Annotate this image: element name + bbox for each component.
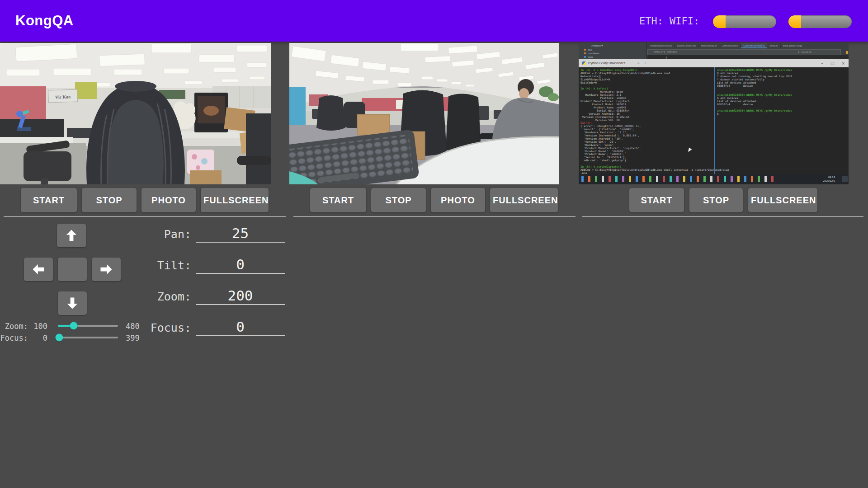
panel3-divider — [582, 216, 863, 217]
pan-field-row: Pan: 25 — [0, 224, 298, 244]
camera2-fullscreen-button[interactable]: FULLSCREEN — [490, 188, 558, 212]
camera1-office-scene: Vic Kao — [0, 43, 271, 184]
search-results: 1 results — [798, 50, 811, 55]
zoom-slider-max: 480 — [126, 322, 148, 331]
tilt-field-row: Tilt: 0 — [0, 255, 298, 275]
console-body: In [3]: k = RobotRun.kong.KongADB()ADBCm… — [579, 67, 849, 174]
console-window-title: IPython G:\My Drive/codes — [588, 61, 625, 66]
windows-taskbar: 04:13 2020/12/2 — [579, 174, 849, 184]
zoom-slider-track[interactable] — [58, 325, 118, 327]
camera1-photo-button[interactable]: PHOTO — [142, 188, 196, 212]
zoom-slider-label: Zoom: — [0, 322, 28, 331]
editor-tabs: AndroidManifest.xmlactivity_main.xmlMain… — [647, 43, 805, 48]
msys-terminal-pane: ahuang11@56220934-NB001 MSYS /g/My Drive… — [717, 69, 847, 116]
app-title: KongQA — [15, 13, 74, 29]
camera2-button-row: START STOP PHOTO FULLSCREEN — [310, 188, 558, 212]
focus-slider-track[interactable] — [58, 337, 118, 338]
project-selector: Android ▾ — [591, 43, 603, 48]
focus-slider-min: 0 — [29, 333, 47, 343]
app-bar: KongQA ETH: WIFI: — [0, 0, 868, 42]
clock-date: 2020/12/2 — [823, 179, 835, 183]
pan-input[interactable]: 25 — [196, 224, 285, 243]
zoom-field-row: Zoom: 200 — [0, 286, 298, 306]
project-tree: appmanifestsjava — [583, 48, 599, 59]
focus-slider-thumb[interactable] — [55, 334, 63, 342]
python-icon — [582, 61, 586, 65]
camera1-button-row: START STOP PHOTO FULLSCREEN — [21, 188, 269, 212]
console-tab-controls: ×+ — [637, 61, 646, 66]
camera-feed-3: Android ▾ appmanifestsjava AndroidManife… — [579, 43, 849, 184]
camera2-photo-button[interactable]: PHOTO — [431, 188, 485, 212]
project-panel: Android ▾ appmanifestsjava — [579, 43, 647, 59]
camera-feed-1: Vic Kao — [0, 43, 271, 184]
eth-progress-fill — [713, 15, 726, 28]
captured-desktop: Android ▾ appmanifestsjava AndroidManife… — [579, 43, 849, 184]
search-text: TEMPLATE_PREVIEW — [653, 51, 677, 53]
taskbar-clock: 04:13 2020/12/2 — [823, 175, 835, 183]
wifi-progress-fill — [788, 15, 801, 28]
ipython-pane: In [3]: k = RobotRun.kong.KongADB()ADBCm… — [580, 69, 712, 174]
pane-divider — [714, 67, 715, 174]
wifi-progress-bar — [788, 15, 852, 28]
camera1-stop-button[interactable]: STOP — [82, 188, 137, 212]
focus-slider-row: Focus: 0 399 — [0, 333, 149, 342]
editor-search-bar: TEMPLATE_PREVIEW 1 results — [647, 49, 841, 55]
camera2-stop-button[interactable]: STOP — [371, 188, 426, 212]
console-window-titlebar: IPython G:\My Drive/codes ×+ –□× — [579, 59, 849, 67]
zoom-label: Zoom: — [127, 290, 191, 303]
camera3-stop-button[interactable]: STOP — [689, 188, 743, 212]
zoom-slider-thumb[interactable] — [70, 322, 77, 330]
zoom-slider-min: 100 — [29, 322, 47, 331]
eth-progress-bar — [713, 15, 776, 28]
zoom-input[interactable]: 200 — [196, 286, 285, 305]
camera3-fullscreen-button[interactable]: FULLSCREEN — [748, 188, 817, 212]
panel2-divider — [293, 216, 576, 217]
zoom-slider-row: Zoom: 100 480 — [0, 321, 149, 330]
focus-input[interactable]: 0 — [196, 318, 285, 336]
eth-label: ETH: — [639, 15, 663, 27]
tilt-input[interactable]: 0 — [196, 255, 285, 274]
wifi-label: WIFI: — [670, 15, 699, 27]
camera-feed-2 — [289, 43, 559, 184]
taskbar-icons — [581, 176, 776, 182]
camera1-start-button[interactable]: START — [21, 188, 77, 212]
camera2-start-button[interactable]: START — [310, 188, 366, 212]
panel1-divider — [4, 216, 286, 217]
app: KongQA ETH: WIFI: — [0, 0, 868, 488]
focus-slider-label: Focus: — [0, 333, 28, 343]
window-controls: –□× — [821, 60, 845, 66]
tilt-label: Tilt: — [127, 259, 191, 272]
clock-time: 04:13 — [823, 175, 835, 179]
camera1-fullscreen-button[interactable]: FULLSCREEN — [201, 188, 269, 212]
editor-line: } — [647, 55, 849, 59]
camera3-button-row: START STOP FULLSCREEN — [629, 188, 817, 212]
android-studio-strip: Android ▾ appmanifestsjava AndroidManife… — [579, 43, 849, 59]
scrollbar-mark — [846, 51, 848, 54]
pan-label: Pan: — [127, 228, 191, 241]
taskbar-tray — [842, 176, 848, 182]
camera2-office-scene — [289, 43, 559, 184]
camera3-start-button[interactable]: START — [629, 188, 684, 212]
focus-slider-max: 399 — [126, 333, 148, 343]
